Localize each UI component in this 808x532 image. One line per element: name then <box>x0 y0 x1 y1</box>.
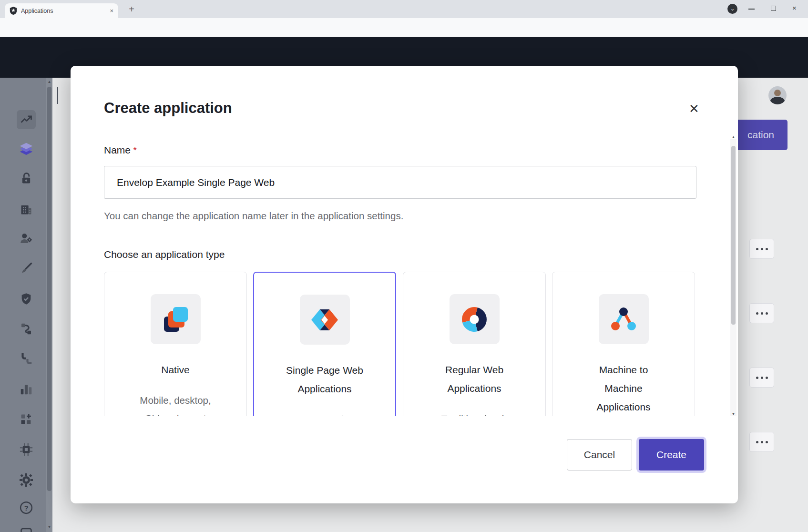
row-menu-button[interactable] <box>749 432 774 452</box>
scroll-down-arrow-icon[interactable]: ▼ <box>46 525 52 529</box>
create-button[interactable]: Create <box>639 439 704 471</box>
application-type-cards: Native Mobile, desktop, CLI and smart <box>71 272 738 416</box>
tab-close-icon[interactable]: × <box>110 7 113 14</box>
chip-icon <box>19 442 33 457</box>
required-asterisk: * <box>133 144 137 155</box>
sidebar-item-user-management[interactable] <box>17 229 36 248</box>
name-help-text: You can change the application name late… <box>104 210 403 222</box>
sidebar-item-monitoring[interactable] <box>17 379 36 399</box>
sidebar-item-roadmap[interactable] <box>17 522 36 532</box>
gear-icon <box>19 472 34 488</box>
sidebar-item-activity[interactable] <box>17 110 36 129</box>
svg-text:?: ? <box>24 504 28 512</box>
machine-to-machine-icon <box>599 294 649 344</box>
layers-icon <box>19 142 34 157</box>
scroll-up-arrow-icon[interactable]: ▲ <box>46 80 52 84</box>
trending-up-icon <box>20 113 33 126</box>
avatar-head <box>774 90 781 96</box>
card-machine-to-machine[interactable]: Machine to Machine Applications <box>552 272 695 416</box>
user-avatar[interactable] <box>768 86 787 104</box>
card-title: Machine to Machine Applications <box>596 360 650 416</box>
window-minimize-button[interactable] <box>748 9 755 10</box>
modal-scroll-up-icon[interactable]: ▲ <box>730 135 736 139</box>
sidebar-item-applications[interactable] <box>17 140 36 159</box>
sidebar-scrollbar-thumb[interactable] <box>47 87 51 491</box>
modal-title: Create application <box>104 100 232 117</box>
browser-tab-strip: Applications × + ⌄ × <box>0 0 808 18</box>
sidebar-item-actions[interactable] <box>17 319 36 338</box>
shield-check-icon <box>20 292 33 306</box>
roadmap-icon <box>20 527 33 532</box>
nav-divider <box>57 87 58 104</box>
paintbrush-icon <box>20 262 33 275</box>
application-type-label: Choose an application type <box>104 249 225 260</box>
application-name-input[interactable] <box>104 166 696 199</box>
sidebar: ▲ ▼ <box>0 78 52 532</box>
sidebar-item-auth-pipeline[interactable] <box>17 349 36 368</box>
spa-icon <box>300 295 350 345</box>
actions-flow-icon <box>19 322 33 336</box>
row-menu-button[interactable] <box>749 303 774 323</box>
building-icon <box>20 203 33 216</box>
window-maximize-button[interactable] <box>771 6 776 11</box>
native-icon <box>151 294 201 344</box>
screen: Applications × + ⌄ × ← → ⟳ manage.auth0.… <box>0 0 808 532</box>
browser-toolbar: ← → ⟳ manage.auth0.com/dashboard/eu/drea… <box>0 18 808 37</box>
card-regular-web[interactable]: Regular Web Applications Traditional web <box>403 272 546 416</box>
sidebar-item-branding[interactable] <box>17 259 36 278</box>
sidebar-item-security[interactable] <box>17 289 36 308</box>
bar-chart-icon <box>19 382 33 396</box>
card-title: Regular Web Applications <box>445 360 503 398</box>
modal-scroll-down-icon[interactable]: ▼ <box>730 412 736 416</box>
auth0-favicon <box>10 7 17 15</box>
avatar-shoulders <box>770 97 785 104</box>
name-label: Name* <box>104 144 137 156</box>
sidebar-item-settings[interactable] <box>17 471 36 490</box>
sidebar-item-marketplace[interactable] <box>17 410 36 429</box>
sidebar-item-get-support[interactable]: ? <box>17 498 36 517</box>
help-circle-icon: ? <box>19 501 33 515</box>
modal-scrollbar-thumb[interactable] <box>731 146 736 325</box>
new-tab-button[interactable]: + <box>125 2 138 16</box>
row-menu-button[interactable] <box>749 239 774 259</box>
row-menu-button[interactable] <box>749 368 774 388</box>
sidebar-item-organizations[interactable] <box>17 200 36 219</box>
regular-web-icon <box>450 294 500 344</box>
pipeline-icon <box>19 352 33 366</box>
tab-title: Applications <box>21 8 110 14</box>
card-description: A JavaScript <box>297 410 352 416</box>
grid-plus-icon <box>20 413 33 426</box>
browser-tab[interactable]: Applications × <box>5 3 118 18</box>
unlock-icon <box>20 172 33 185</box>
card-description: Mobile, desktop, CLI and smart <box>140 391 211 416</box>
modal-close-icon[interactable]: ✕ <box>685 100 703 117</box>
window-close-button[interactable]: × <box>792 4 797 12</box>
card-native[interactable]: Native Mobile, desktop, CLI and smart <box>104 272 247 416</box>
card-single-page-web[interactable]: Single Page Web Applications A JavaScrip… <box>253 272 396 416</box>
chrome-profile-chevron-icon[interactable]: ⌄ <box>727 4 737 14</box>
create-application-modal: Create application ✕ Name* You can chang… <box>71 66 738 503</box>
card-title: Native <box>161 360 190 379</box>
sidebar-item-extensions[interactable] <box>17 440 36 459</box>
create-application-button-label: cation <box>747 129 774 141</box>
card-title: Single Page Web Applications <box>286 361 363 398</box>
card-description: Traditional web <box>441 410 507 416</box>
sidebar-item-authentication[interactable] <box>17 169 36 188</box>
user-gear-icon <box>19 231 33 246</box>
cancel-button[interactable]: Cancel <box>567 439 632 471</box>
